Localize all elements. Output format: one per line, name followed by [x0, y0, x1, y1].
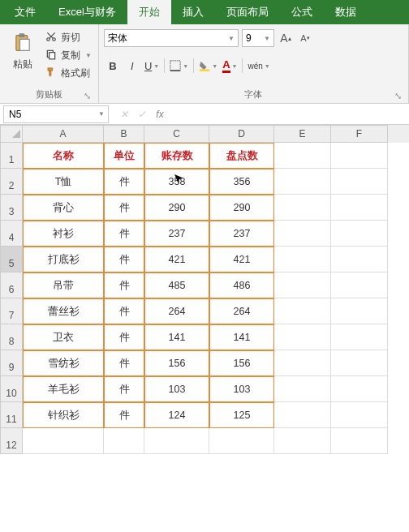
cell-F2[interactable]: [331, 169, 388, 195]
cell-C5[interactable]: 421: [144, 247, 209, 272]
paste-button[interactable]: 粘贴: [5, 28, 41, 87]
cell-D1[interactable]: 盘点数: [209, 143, 274, 169]
cell-C10[interactable]: 103: [144, 376, 209, 402]
row-header-7[interactable]: 7: [0, 298, 23, 324]
font-size-select[interactable]: 9▼: [242, 29, 274, 47]
fx-icon[interactable]: fx: [151, 105, 169, 123]
row-header-11[interactable]: 11: [0, 402, 23, 428]
cell-C12[interactable]: [144, 428, 209, 454]
cell-B2[interactable]: 件: [104, 169, 144, 195]
dialog-launcher-icon[interactable]: ⤡: [82, 90, 93, 101]
menu-home[interactable]: 开始: [127, 0, 171, 24]
cell-D12[interactable]: [209, 428, 274, 454]
cell-A6[interactable]: 吊带: [23, 272, 104, 298]
cell-E12[interactable]: [274, 428, 331, 454]
cell-E10[interactable]: [274, 376, 331, 402]
cell-B6[interactable]: 件: [104, 272, 144, 298]
row-header-3[interactable]: 3: [0, 195, 23, 221]
cell-A4[interactable]: 衬衫: [23, 221, 104, 247]
cell-A12[interactable]: [23, 428, 104, 454]
row-header-9[interactable]: 9: [0, 350, 23, 376]
cancel-formula-icon[interactable]: ✕: [115, 105, 133, 123]
border-button[interactable]: ▼: [168, 56, 190, 75]
cell-D7[interactable]: 264: [209, 298, 274, 324]
cell-B4[interactable]: 件: [104, 221, 144, 247]
menu-layout[interactable]: 页面布局: [215, 0, 280, 24]
cell-F4[interactable]: [331, 221, 388, 247]
col-header-A[interactable]: A: [23, 125, 104, 143]
col-header-D[interactable]: D: [209, 125, 274, 143]
row-header-10[interactable]: 10: [0, 376, 23, 402]
cell-E6[interactable]: [274, 272, 331, 298]
cell-B9[interactable]: 件: [104, 350, 144, 376]
cell-E3[interactable]: [274, 195, 331, 221]
increase-font-button[interactable]: A▴: [278, 30, 294, 46]
underline-button[interactable]: U▼: [143, 56, 161, 75]
cell-A11[interactable]: 针织衫: [23, 402, 104, 428]
cell-A7[interactable]: 蕾丝衫: [23, 298, 104, 324]
cut-button[interactable]: 剪切: [44, 29, 93, 45]
font-color-button[interactable]: A▼: [221, 56, 239, 75]
cell-B10[interactable]: 件: [104, 376, 144, 402]
cell-D2[interactable]: 356: [209, 169, 274, 195]
cell-F1[interactable]: [331, 143, 388, 169]
cell-C8[interactable]: 141: [144, 324, 209, 350]
row-header-8[interactable]: 8: [0, 324, 23, 350]
cell-B5[interactable]: 件: [104, 247, 144, 272]
cell-E2[interactable]: [274, 169, 331, 195]
col-header-C[interactable]: C: [144, 125, 209, 143]
cell-F10[interactable]: [331, 376, 388, 402]
menu-data[interactable]: 数据: [324, 0, 368, 24]
cell-F3[interactable]: [331, 195, 388, 221]
row-header-12[interactable]: 12: [0, 428, 23, 454]
decrease-font-button[interactable]: A▾: [297, 30, 313, 46]
cell-A5[interactable]: 打底衫: [23, 247, 104, 272]
cell-F5[interactable]: [331, 247, 388, 272]
cell-F9[interactable]: [331, 350, 388, 376]
cell-B8[interactable]: 件: [104, 324, 144, 350]
menu-file[interactable]: 文件: [3, 0, 47, 24]
row-header-4[interactable]: 4: [0, 221, 23, 247]
cell-D10[interactable]: 103: [209, 376, 274, 402]
cell-B7[interactable]: 件: [104, 298, 144, 324]
cell-B3[interactable]: 件: [104, 195, 144, 221]
cell-D8[interactable]: 141: [209, 324, 274, 350]
name-box[interactable]: N5▼: [3, 105, 109, 123]
cell-E7[interactable]: [274, 298, 331, 324]
cell-F11[interactable]: [331, 402, 388, 428]
row-header-6[interactable]: 6: [0, 272, 23, 298]
cell-C3[interactable]: 290: [144, 195, 209, 221]
cell-C1[interactable]: 账存数: [144, 143, 209, 169]
accept-formula-icon[interactable]: ✓: [133, 105, 151, 123]
fill-color-button[interactable]: ▼: [197, 56, 219, 75]
cell-C9[interactable]: 156: [144, 350, 209, 376]
cell-E5[interactable]: [274, 247, 331, 272]
cell-D3[interactable]: 290: [209, 195, 274, 221]
cell-F12[interactable]: [331, 428, 388, 454]
cell-B1[interactable]: 单位: [104, 143, 144, 169]
cell-C2[interactable]: 358: [144, 169, 209, 195]
cell-C4[interactable]: 237: [144, 221, 209, 247]
menu-formula[interactable]: 公式: [280, 0, 324, 24]
col-header-B[interactable]: B: [104, 125, 144, 143]
bold-button[interactable]: B: [104, 56, 122, 75]
phonetic-button[interactable]: wén▼: [246, 56, 271, 75]
cell-A3[interactable]: 背心: [23, 195, 104, 221]
col-header-F[interactable]: F: [331, 125, 388, 143]
format-painter-button[interactable]: 格式刷: [44, 65, 93, 81]
copy-button[interactable]: 复制▼: [44, 47, 93, 63]
col-header-E[interactable]: E: [274, 125, 331, 143]
cell-F6[interactable]: [331, 272, 388, 298]
cell-B12[interactable]: [104, 428, 144, 454]
cell-E1[interactable]: [274, 143, 331, 169]
row-header-5[interactable]: 5: [0, 247, 23, 272]
cell-C11[interactable]: 124: [144, 402, 209, 428]
cell-E11[interactable]: [274, 402, 331, 428]
font-name-select[interactable]: 宋体▼: [104, 29, 239, 47]
row-header-2[interactable]: 2: [0, 169, 23, 195]
cell-A1[interactable]: 名称: [23, 143, 104, 169]
cell-D11[interactable]: 125: [209, 402, 274, 428]
cell-D4[interactable]: 237: [209, 221, 274, 247]
select-all-corner[interactable]: [0, 125, 23, 143]
italic-button[interactable]: I: [123, 56, 141, 75]
